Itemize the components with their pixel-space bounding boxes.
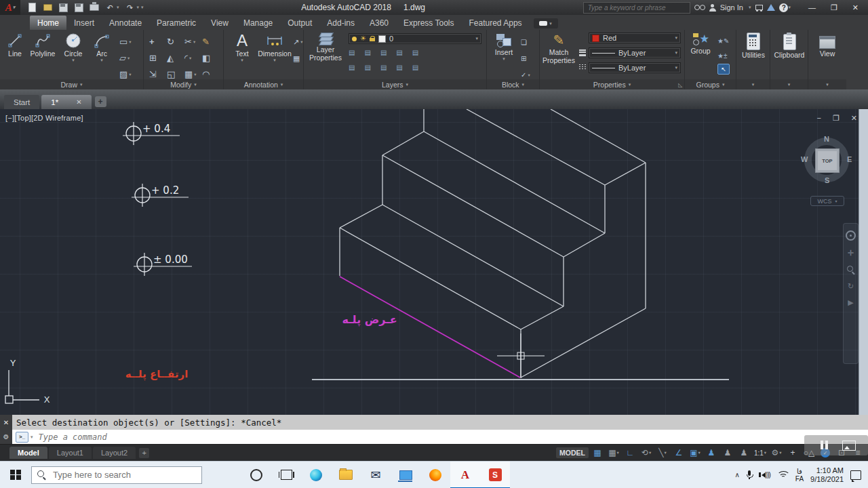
stair-edge-line[interactable] — [521, 308, 646, 378]
file-tab-start[interactable]: Start — [4, 95, 39, 109]
viewcube[interactable]: N W E S TOP — [804, 138, 849, 182]
layer-freeze-icon[interactable]: ☀ — [360, 35, 366, 42]
panel-label-groups[interactable]: Groups▾ — [685, 79, 736, 89]
block-attributes-tool[interactable]: ✓ ▾ — [521, 68, 530, 80]
layout-tab-model[interactable]: Model — [9, 447, 47, 459]
menu-tab-view[interactable]: View — [203, 16, 236, 30]
navigation-wheel-icon[interactable] — [846, 230, 856, 241]
layer-properties-button[interactable]: Layer Properties — [307, 33, 344, 62]
taskbar-search-input[interactable] — [52, 469, 196, 481]
leader-tool[interactable]: ↗ ▾ — [293, 35, 302, 47]
orbit-icon[interactable]: ↻ — [848, 283, 854, 290]
arc-button[interactable]: Arc▾ — [90, 33, 114, 62]
panel-label-modify[interactable]: Modify▾ — [144, 79, 223, 89]
annotation-visibility-icon[interactable]: ♟ — [704, 446, 719, 460]
restore-button[interactable]: ❐ — [831, 3, 837, 12]
stair-width-line[interactable] — [340, 277, 520, 378]
viewport-controls[interactable]: [−][Top][2D Wireframe] — [5, 114, 83, 122]
taskbar-search-box[interactable] — [31, 466, 202, 484]
taskbar-clock[interactable]: 1:10 AM 9/18/2021 — [810, 466, 844, 484]
stair-edge-line[interactable] — [340, 205, 382, 228]
menu-tab-home[interactable]: Home — [30, 16, 66, 30]
erase-button[interactable]: ✎ — [202, 34, 220, 50]
connect-panel-icon[interactable]: ▾ — [534, 18, 558, 28]
viewcube-north[interactable]: N — [824, 135, 829, 143]
layer-prev-icon[interactable]: ▤ — [412, 64, 420, 71]
sign-in-dropdown-icon[interactable]: ▾ — [749, 5, 751, 10]
stair-edge-line[interactable] — [382, 131, 424, 155]
file-explorer-button[interactable] — [331, 462, 361, 488]
file-tab-1[interactable]: 1*✕ — [41, 95, 91, 109]
menu-tab-insert[interactable]: Insert — [66, 16, 102, 30]
wcs-dropdown[interactable]: WCS▾ — [810, 196, 844, 206]
panel-label-utilities[interactable]: ▾ — [736, 79, 770, 89]
drawing-text-label[interactable]: عـرض پلـه — [342, 313, 397, 327]
menu-tab-output[interactable]: Output — [280, 16, 319, 30]
new-drawing-tab-button[interactable]: + — [95, 96, 106, 107]
drawing-restore-icon[interactable]: ❐ — [833, 114, 840, 123]
group-edit-tool[interactable]: ★± — [717, 49, 727, 61]
layer-combo[interactable]: ☀ 0 ▾ — [349, 33, 481, 44]
line-button[interactable]: Line — [3, 33, 27, 58]
layer-on-tool-icon[interactable]: ▤ — [380, 64, 388, 71]
help-search-box[interactable] — [583, 2, 690, 14]
application-menu-button[interactable]: A▾ — [0, 0, 20, 15]
viewcube-top-face[interactable]: TOP — [815, 148, 840, 173]
grid-display-icon[interactable]: ▦ — [590, 446, 605, 460]
panel-label-clipboard[interactable]: ▾ — [770, 79, 808, 89]
close-icon[interactable]: ✕ — [76, 98, 81, 106]
ortho-mode-icon[interactable]: ∟ — [623, 446, 637, 460]
close-command-icon[interactable]: ✕ — [0, 415, 12, 430]
plot-icon[interactable] — [90, 3, 99, 12]
layer-match-icon[interactable]: ▤ — [412, 49, 420, 56]
autoscale-icon[interactable]: ♟ — [720, 446, 735, 460]
wifi-icon[interactable] — [777, 471, 789, 479]
rectangle-tool[interactable]: ▭ ▾ — [119, 35, 132, 47]
menu-tab-manage[interactable]: Manage — [236, 16, 280, 30]
explode-button[interactable]: ◧ — [202, 50, 220, 66]
menu-tab-parametric[interactable]: Parametric — [149, 16, 203, 30]
vertical-scrollbar[interactable] — [859, 109, 868, 415]
menu-tab-add-ins[interactable]: Add-ins — [319, 16, 362, 30]
start-button[interactable] — [0, 462, 31, 488]
save-as-icon[interactable] — [74, 3, 83, 12]
annotation-scale-value[interactable]: 1:1▾ — [753, 446, 768, 460]
polyline-button[interactable]: Polyline — [27, 33, 58, 58]
layer-on-icon[interactable] — [352, 37, 357, 41]
search-icon[interactable] — [694, 5, 705, 10]
my-computer-button[interactable] — [391, 462, 420, 488]
language-indicator[interactable]: فا FA — [795, 468, 804, 483]
panel-label-annotation[interactable]: Annotation▾ — [224, 79, 303, 89]
table-tool[interactable]: ▦ — [293, 52, 300, 64]
new-file-icon[interactable] — [27, 3, 37, 12]
show-motion-icon[interactable]: ▶ — [848, 299, 853, 306]
elevation-label[interactable]: + 0.2 — [151, 184, 179, 197]
stair-edge-line[interactable] — [551, 109, 646, 163]
drawing-minimize-icon[interactable]: − — [816, 114, 821, 123]
stair-edge-line[interactable] — [382, 155, 564, 257]
layer-freeze-tool-icon[interactable]: ▤ — [364, 49, 372, 56]
open-file-icon[interactable] — [43, 3, 52, 12]
zoom-icon[interactable] — [847, 266, 855, 274]
annotation-scale-icon[interactable]: ♟ — [736, 446, 751, 460]
layer-unisolate-icon[interactable]: ▤ — [349, 64, 356, 71]
dimension-button[interactable]: Dimension▾ — [255, 33, 294, 62]
elevation-label[interactable]: + 0.4 — [142, 123, 170, 135]
help-icon[interactable]: ? — [779, 3, 788, 12]
customize-command-icon[interactable]: ⚙ — [0, 430, 12, 444]
menu-tab-featured-apps[interactable]: Featured Apps — [462, 16, 530, 30]
lineweight-combo[interactable]: ByLayer ▾ — [589, 47, 681, 58]
snap-mode-icon[interactable]: ▦▾ — [606, 446, 621, 460]
viewcube-west[interactable]: W — [801, 155, 808, 163]
redo-dropdown-icon[interactable]: ▾ — [137, 5, 140, 10]
panel-launcher-icon[interactable]: ◿ — [678, 82, 682, 88]
pan-icon[interactable]: ✛ — [848, 249, 854, 257]
undo-dropdown-icon[interactable]: ▾ — [117, 5, 119, 10]
polar-tracking-icon[interactable]: ⟲▾ — [639, 446, 654, 460]
command-input-bar[interactable]: ⚙ >_ ▾ — [0, 430, 868, 445]
layer-lock-icon[interactable] — [370, 36, 375, 41]
match-properties-button[interactable]: ✎ Match Properties — [541, 33, 576, 64]
edit-block-tool[interactable]: ❏ — [521, 35, 527, 47]
microphone-icon[interactable] — [747, 470, 752, 479]
trim-button[interactable]: ✂ ▾ — [184, 34, 202, 50]
